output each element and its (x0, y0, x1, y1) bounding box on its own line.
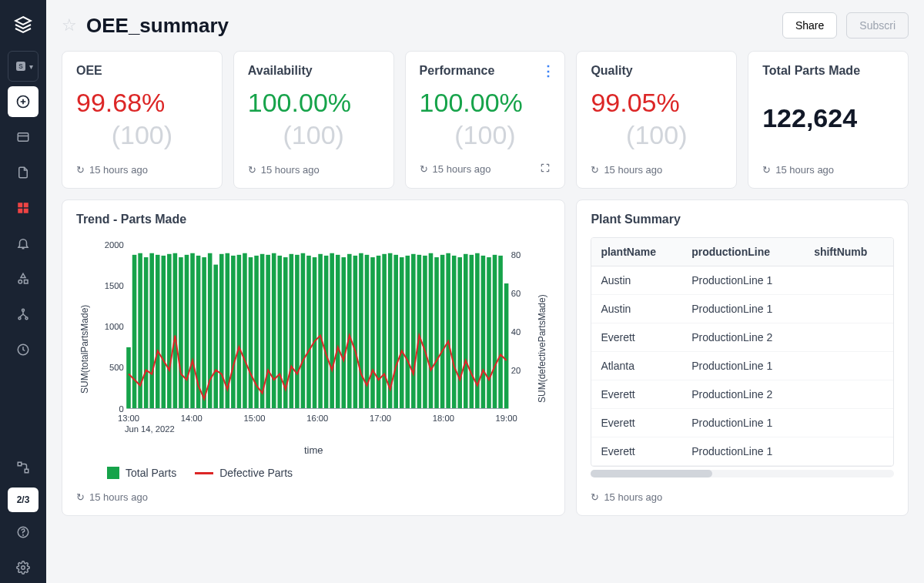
card-quality: Quality 99.05% (100) ↻ 15 hours ago (576, 51, 737, 189)
svg-rect-100 (498, 256, 503, 409)
svg-rect-57 (249, 257, 253, 408)
svg-point-12 (25, 317, 28, 320)
svg-text:60: 60 (511, 289, 521, 298)
table-cell: ProductionLine 1 (682, 437, 805, 466)
pager-badge[interactable]: 2/3 (8, 488, 38, 512)
svg-rect-41 (156, 255, 160, 409)
fullscreen-icon[interactable] (540, 163, 551, 176)
svg-text:2000: 2000 (105, 241, 124, 250)
flow-icon[interactable] (8, 452, 38, 483)
subscribe-button[interactable]: Subscri (846, 12, 909, 39)
svg-rect-92 (452, 256, 457, 409)
svg-rect-15 (25, 469, 28, 473)
svg-rect-6 (18, 209, 22, 213)
card-title: OEE (76, 64, 208, 78)
legend-swatch-defective (195, 472, 213, 474)
table-row[interactable]: EverettProductionLine 2 (591, 323, 893, 352)
add-icon[interactable] (8, 86, 38, 117)
svg-text:0: 0 (119, 404, 124, 414)
card-value: 99.05% (591, 89, 722, 117)
sidebar: S ▾ 2/3 (0, 0, 46, 583)
svg-rect-39 (144, 257, 149, 408)
updated-label: 15 hours ago (89, 491, 148, 503)
table-row[interactable]: EverettProductionLine 1 (591, 437, 893, 466)
workspace-icon[interactable]: S ▾ (8, 51, 38, 82)
card-title: Trend - Parts Made (76, 213, 551, 226)
logo-icon[interactable] (8, 9, 38, 40)
svg-rect-99 (493, 255, 497, 409)
svg-rect-98 (487, 257, 491, 408)
table-cell: Austin (591, 266, 682, 295)
svg-rect-69 (318, 254, 323, 409)
legend-label: Total Parts (126, 467, 176, 479)
svg-text:Jun 14, 2022: Jun 14, 2022 (125, 424, 175, 434)
svg-point-17 (23, 534, 24, 535)
shapes-icon[interactable] (8, 263, 38, 294)
updated-label: 15 hours ago (775, 164, 834, 176)
table-cell: ProductionLine 1 (682, 266, 805, 295)
x-axis-label: time (93, 440, 534, 461)
card-icon[interactable] (8, 122, 38, 152)
svg-rect-61 (272, 253, 276, 409)
table-row[interactable]: AustinProductionLine 1 (591, 295, 893, 323)
refresh-icon: ↻ (76, 164, 85, 176)
table-cell: Austin (591, 295, 682, 323)
card-title: Plant Summary (591, 213, 894, 226)
table-row[interactable]: AtlantaProductionLine 1 (591, 352, 893, 380)
table-header[interactable]: shiftNumb (805, 238, 893, 266)
card-target: (100) (248, 120, 380, 150)
card-value: 122,624 (762, 104, 894, 132)
card-availability: Availability 100.00% (100) ↻ 15 hours ag… (233, 51, 394, 189)
svg-text:14:00: 14:00 (181, 414, 203, 423)
bell-icon[interactable] (8, 228, 38, 259)
refresh-icon: ↻ (76, 491, 85, 503)
updated-label: 15 hours ago (604, 491, 662, 503)
svg-rect-88 (429, 253, 434, 409)
table-scroll[interactable]: plantNameproductionLineshiftNumbAustinPr… (591, 237, 894, 467)
svg-rect-67 (306, 256, 311, 409)
svg-text:17:00: 17:00 (370, 414, 391, 423)
horizontal-scrollbar[interactable] (591, 470, 894, 477)
svg-rect-86 (417, 255, 422, 409)
svg-rect-49 (202, 257, 206, 408)
card-menu-icon[interactable]: ⋮ (541, 62, 554, 79)
help-icon[interactable] (8, 517, 38, 548)
table-cell: Everett (591, 409, 682, 437)
svg-text:80: 80 (511, 250, 521, 260)
table-cell (805, 409, 893, 437)
dashboard-icon[interactable] (8, 193, 38, 223)
table-cell: ProductionLine 1 (682, 409, 805, 437)
svg-rect-90 (440, 255, 445, 409)
svg-text:500: 500 (109, 364, 124, 373)
share-button[interactable]: Share (782, 12, 837, 39)
svg-rect-56 (243, 253, 247, 409)
svg-text:16:00: 16:00 (306, 414, 328, 423)
settings-icon[interactable] (8, 552, 38, 583)
table-cell: Everett (591, 323, 682, 352)
svg-point-11 (18, 317, 21, 320)
table-cell: ProductionLine 2 (682, 323, 805, 352)
table-header[interactable]: productionLine (682, 238, 805, 266)
updated-label: 15 hours ago (89, 164, 148, 176)
svg-text:S: S (18, 63, 23, 70)
table-row[interactable]: AustinProductionLine 1 (591, 266, 893, 295)
history-icon[interactable] (8, 334, 38, 365)
card-target: (100) (420, 120, 551, 150)
table-row[interactable]: EverettProductionLine 1 (591, 409, 893, 437)
y1-axis-label: SUM(totalPartsMade) (76, 237, 93, 461)
svg-text:15:00: 15:00 (243, 414, 265, 423)
svg-rect-51 (213, 265, 218, 409)
svg-point-10 (22, 309, 25, 311)
table-header[interactable]: plantName (591, 238, 682, 266)
card-plant-summary: Plant Summary plantNameproductionLineshi… (576, 199, 909, 516)
tree-icon[interactable] (8, 299, 38, 330)
svg-rect-46 (185, 255, 189, 409)
star-icon[interactable]: ☆ (62, 15, 77, 35)
svg-rect-42 (161, 256, 166, 409)
document-icon[interactable] (8, 157, 38, 188)
svg-rect-14 (18, 462, 22, 466)
chart-plot[interactable]: 05001000150020002040608013:0014:0015:001… (93, 237, 534, 440)
svg-rect-93 (457, 257, 462, 408)
table-row[interactable]: EverettProductionLine 2 (591, 380, 893, 409)
svg-rect-47 (190, 253, 195, 409)
